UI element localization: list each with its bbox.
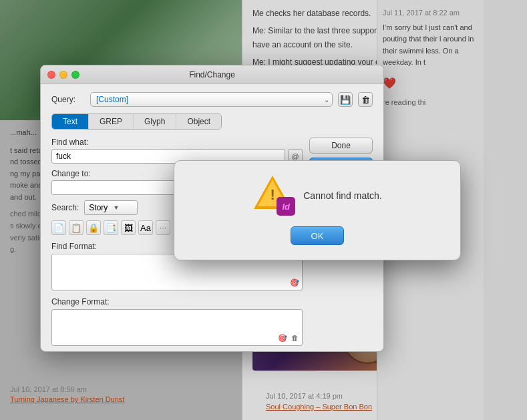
tabs-row: Text GREP Glyph Object	[51, 114, 222, 130]
find-what-label: Find what:	[51, 138, 303, 147]
close-button[interactable]	[47, 71, 55, 79]
change-format-box: 🎯 🗑	[51, 309, 303, 346]
tab-text[interactable]: Text	[52, 114, 88, 129]
case-icon[interactable]: Aa	[138, 220, 153, 235]
alert-message: Cannot find match.	[303, 190, 382, 201]
pages-icon[interactable]: 📋	[69, 220, 83, 235]
find-format-icon[interactable]: 🎯	[289, 276, 301, 288]
save-query-button[interactable]: 💾	[338, 92, 353, 107]
search-label: Search:	[51, 203, 79, 212]
traffic-lights	[47, 71, 79, 79]
frame-icon[interactable]: 🖼	[121, 220, 136, 235]
alert-dialog: ! Id Cannot find match. OK	[174, 160, 461, 260]
query-label: Query:	[51, 95, 85, 104]
change-format-label: Change Format:	[51, 297, 303, 306]
alert-content: ! Id Cannot find match.	[252, 176, 382, 216]
maximize-button[interactable]	[71, 71, 79, 79]
change-format-section: Change Format: 🎯 🗑	[51, 297, 303, 346]
chevron-down-icon: ▼	[113, 204, 119, 211]
tab-grep[interactable]: GREP	[89, 114, 133, 129]
extra-icon[interactable]: ⋯	[156, 220, 170, 235]
alert-ok-button[interactable]: OK	[291, 226, 344, 245]
tab-glyph[interactable]: Glyph	[134, 114, 176, 129]
tab-object[interactable]: Object	[176, 114, 221, 129]
exclamation-icon: !	[271, 186, 275, 204]
dialog-title: Find/Change	[189, 70, 235, 79]
minimize-button[interactable]	[59, 71, 67, 79]
chevron-down-icon: ⌄	[324, 96, 329, 103]
change-format-icon-1[interactable]: 🎯	[277, 332, 289, 344]
dialog-titlebar: Find/Change	[41, 65, 383, 84]
alert-icon: ! Id	[252, 176, 293, 216]
change-format-icon-2[interactable]: 🗑	[289, 332, 301, 344]
query-row: Query: [Custom] ⌄ 💾 🗑	[51, 92, 373, 107]
query-select[interactable]: [Custom] ⌄	[90, 92, 333, 107]
done-button[interactable]: Done	[309, 138, 373, 154]
page-icon[interactable]: 📄	[51, 220, 66, 235]
lock-icon[interactable]: 🔒	[86, 220, 101, 235]
search-select[interactable]: Story ▼	[84, 200, 138, 215]
indesign-badge: Id	[277, 197, 295, 216]
delete-query-button[interactable]: 🗑	[358, 92, 373, 107]
master-icon[interactable]: 📑	[104, 220, 118, 235]
